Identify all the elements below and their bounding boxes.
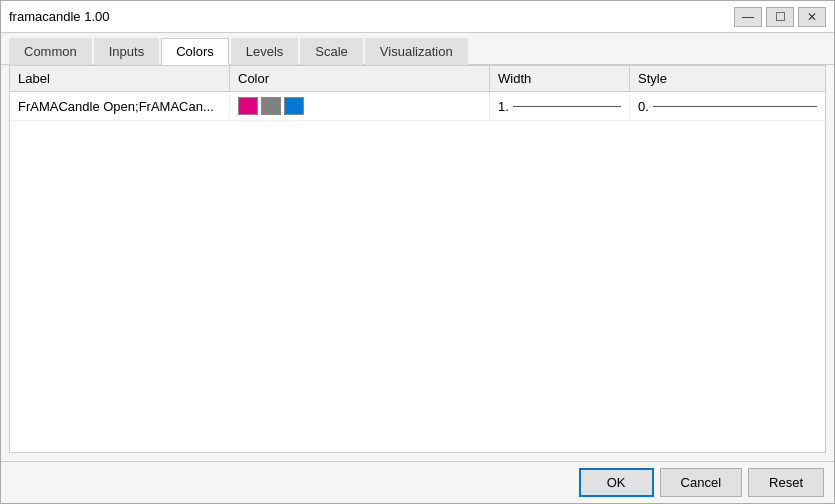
col-style-header: Style [630,66,825,91]
maximize-button[interactable]: ☐ [766,7,794,27]
tab-visualization[interactable]: Visualization [365,38,468,65]
swatch-2[interactable] [261,97,281,115]
style-value: 0. [638,99,649,114]
row-colors [230,92,490,120]
reset-button[interactable]: Reset [748,468,824,497]
swatch-3[interactable] [284,97,304,115]
row-label: FrAMACandle Open;FrAMACan... [10,94,230,119]
bottom-bar: OK Cancel Reset [1,461,834,503]
tab-scale[interactable]: Scale [300,38,363,65]
minimize-button[interactable]: — [734,7,762,27]
col-width-header: Width [490,66,630,91]
window-controls: — ☐ ✕ [734,7,826,27]
tab-inputs[interactable]: Inputs [94,38,159,65]
tab-colors[interactable]: Colors [161,38,229,65]
row-style: 0. [630,94,825,119]
table-row: FrAMACandle Open;FrAMACan... 1. 0. [10,92,825,121]
title-bar: framacandle 1.00 — ☐ ✕ [1,1,834,33]
tab-bar: Common Inputs Colors Levels Scale Visual… [1,33,834,65]
content-area: Label Color Width Style FrAMACandle Open… [9,65,826,453]
main-window: framacandle 1.00 — ☐ ✕ Common Inputs Col… [0,0,835,504]
cancel-button[interactable]: Cancel [660,468,742,497]
tab-common[interactable]: Common [9,38,92,65]
table-header: Label Color Width Style [10,66,825,92]
width-line [513,106,621,107]
style-line [653,106,817,107]
width-value: 1. [498,99,509,114]
color-swatches [238,97,481,115]
ok-button[interactable]: OK [579,468,654,497]
window-title: framacandle 1.00 [9,9,109,24]
swatch-1[interactable] [238,97,258,115]
row-width: 1. [490,94,630,119]
col-color-header: Color [230,66,490,91]
tab-levels[interactable]: Levels [231,38,299,65]
col-label-header: Label [10,66,230,91]
close-button[interactable]: ✕ [798,7,826,27]
